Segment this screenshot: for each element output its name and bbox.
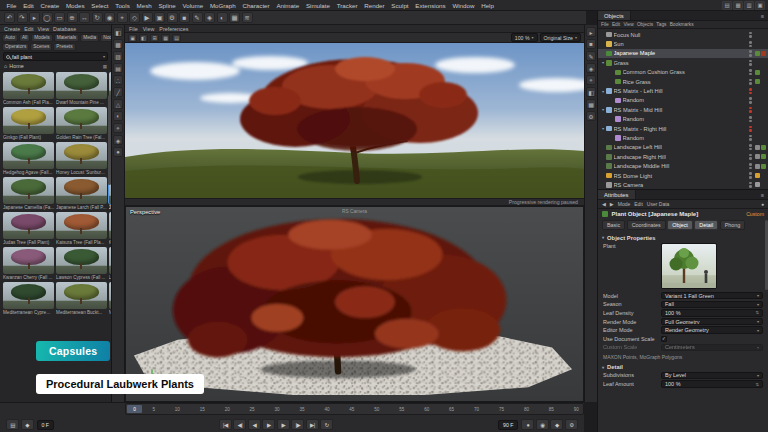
menubar-item[interactable]: Extensions xyxy=(412,0,449,11)
tag-icon[interactable] xyxy=(761,42,766,47)
object-row[interactable]: Random xyxy=(598,133,768,142)
section-detail[interactable]: ▾ Detail xyxy=(598,362,768,372)
asset-filter-chip[interactable]: Materials xyxy=(54,34,79,42)
asset-scrollbar[interactable] xyxy=(108,95,111,185)
asset-item[interactable]: Japanese Camellia (Fa... xyxy=(3,177,54,210)
next-key-button[interactable]: |▶ xyxy=(291,419,304,430)
record-button[interactable]: ● xyxy=(521,419,534,430)
objects-menu-item[interactable]: Bookmarks xyxy=(670,22,694,27)
visibility-dots[interactable] xyxy=(749,50,752,56)
tag-icon[interactable] xyxy=(755,70,760,75)
field-value[interactable]: Full Geometry xyxy=(661,318,763,325)
objects-menu-item[interactable]: Tags xyxy=(656,22,666,27)
editor-visibility-dot[interactable] xyxy=(749,154,752,157)
object-label[interactable]: RS Dome Light xyxy=(614,173,748,179)
tag-icon[interactable] xyxy=(755,135,760,140)
end-frame-field[interactable]: 90 F xyxy=(498,420,518,430)
object-row[interactable]: Landscape Middle Hill xyxy=(598,161,768,170)
editor-visibility-dot[interactable] xyxy=(749,69,752,72)
visibility-dots[interactable] xyxy=(749,126,752,132)
save-image-icon[interactable]: ▣ xyxy=(128,34,137,42)
menubar-item[interactable]: MoGraph xyxy=(206,0,239,11)
editor-visibility-dot[interactable] xyxy=(749,97,752,100)
axis-lock-icon[interactable]: ⌖ xyxy=(586,75,596,85)
editor-visibility-dot[interactable] xyxy=(749,182,752,185)
object-label[interactable]: Sun xyxy=(614,41,748,47)
record-parameters-button[interactable]: ◉ xyxy=(536,419,549,430)
editor-visibility-dot[interactable] xyxy=(749,50,752,53)
tag-icon[interactable] xyxy=(761,173,766,178)
rectangle-selection-icon[interactable]: ▭ xyxy=(54,12,65,23)
visibility-dots[interactable] xyxy=(749,97,752,103)
undo-icon[interactable]: ↶ xyxy=(4,12,15,23)
tag-icon[interactable] xyxy=(761,164,766,169)
tag-icon[interactable] xyxy=(755,79,760,84)
visibility-dots[interactable] xyxy=(749,154,752,160)
asset-browser-menu[interactable]: Create xyxy=(4,26,20,32)
edges-mode-icon[interactable]: ╱ xyxy=(113,87,123,97)
menubar-item[interactable]: Mesh xyxy=(133,0,155,11)
render-visibility-dot[interactable] xyxy=(749,129,752,132)
object-label[interactable]: Grass xyxy=(614,60,748,66)
tag-icon[interactable] xyxy=(755,98,760,103)
asset-filter-chip[interactable]: All xyxy=(19,34,30,42)
object-row[interactable]: Random xyxy=(598,96,768,105)
attribute-tab[interactable]: Coordinates xyxy=(627,220,666,230)
menubar-item[interactable]: Edit xyxy=(20,0,37,11)
history-forward-icon[interactable]: ▶ xyxy=(610,201,614,207)
play-button[interactable]: ▶ xyxy=(262,419,275,430)
history-back-icon[interactable]: ◀ xyxy=(602,201,606,207)
visibility-dots[interactable] xyxy=(749,88,752,94)
render-visibility-dot[interactable] xyxy=(749,82,752,85)
tag-icon[interactable] xyxy=(761,154,766,159)
asset-item[interactable]: Common Ash (Fall Pla... xyxy=(3,72,54,105)
menubar-item[interactable]: Character xyxy=(239,0,273,11)
search-input[interactable] xyxy=(12,54,101,60)
compare-ab-icon[interactable]: ◧ xyxy=(139,34,148,42)
visibility-dots[interactable] xyxy=(749,116,752,122)
render-view-menu[interactable]: File xyxy=(129,26,138,32)
timeline-mode-icon[interactable]: ▤ xyxy=(6,419,19,430)
render-visibility-dot[interactable] xyxy=(749,63,752,66)
object-row[interactable]: Common Cushion Grass xyxy=(598,68,768,77)
asset-item[interactable]: Ginkgo (Fall Plant) xyxy=(3,107,54,140)
objects-menu-item[interactable]: View xyxy=(623,22,633,27)
asset-item[interactable]: Liquidambar (Fall Pla... xyxy=(109,247,111,280)
render-visibility-dot[interactable] xyxy=(749,185,752,188)
move-tool-icon[interactable]: ⊕ xyxy=(67,12,78,23)
objects-menu-item[interactable]: Edit xyxy=(612,22,620,27)
fit-mode-dropdown[interactable]: Original Size▾ xyxy=(540,33,581,42)
viewport-splitter[interactable]: Progressive rendering paused xyxy=(125,198,584,206)
asset-item[interactable]: Dwarf Mountain Pine ... xyxy=(56,72,106,105)
visibility-dots[interactable] xyxy=(749,163,752,169)
tag-icon[interactable] xyxy=(761,107,766,112)
field-value[interactable]: 100 % xyxy=(661,380,763,387)
loop-button[interactable]: ↻ xyxy=(320,419,333,430)
rotate-tool-icon[interactable]: ↻ xyxy=(92,12,103,23)
attribute-tab[interactable]: Detail xyxy=(694,220,718,230)
render-visibility-dot[interactable] xyxy=(749,148,752,151)
asset-filter-chip[interactable]: Operators xyxy=(2,43,29,51)
visibility-dots[interactable] xyxy=(749,107,752,113)
points-mode-icon[interactable]: ∴ xyxy=(113,75,123,85)
asset-filter-chip[interactable]: Scenes xyxy=(30,43,52,51)
asset-browser-menu[interactable]: View xyxy=(37,26,49,32)
axis-icon[interactable]: ⌖ xyxy=(117,12,128,23)
prev-key-button[interactable]: ◀| xyxy=(233,419,246,430)
object-row[interactable]: ▾ RS Matrix - Mid Hill xyxy=(598,105,768,114)
visibility-dots[interactable] xyxy=(749,182,752,188)
editor-visibility-dot[interactable] xyxy=(749,107,752,110)
perspective-viewport[interactable]: Perspective RS Camera xyxy=(125,206,584,402)
interface-toggle-icon[interactable]: ▣ xyxy=(755,1,765,10)
objects-menu-item[interactable]: File xyxy=(601,22,609,27)
asset-filter-chip[interactable]: Auto xyxy=(2,34,18,42)
editor-visibility-dot[interactable] xyxy=(749,79,752,82)
editor-visibility-dot[interactable] xyxy=(749,32,752,35)
menubar-item[interactable]: Window xyxy=(449,0,478,11)
live-selection-icon[interactable]: ◯ xyxy=(42,12,53,23)
render-visibility-dot[interactable] xyxy=(749,101,752,104)
editor-visibility-dot[interactable] xyxy=(749,163,752,166)
editor-visibility-dot[interactable] xyxy=(749,135,752,138)
redo-icon[interactable]: ↷ xyxy=(17,12,28,23)
axis-mode-icon[interactable]: ⌖ xyxy=(113,123,123,133)
